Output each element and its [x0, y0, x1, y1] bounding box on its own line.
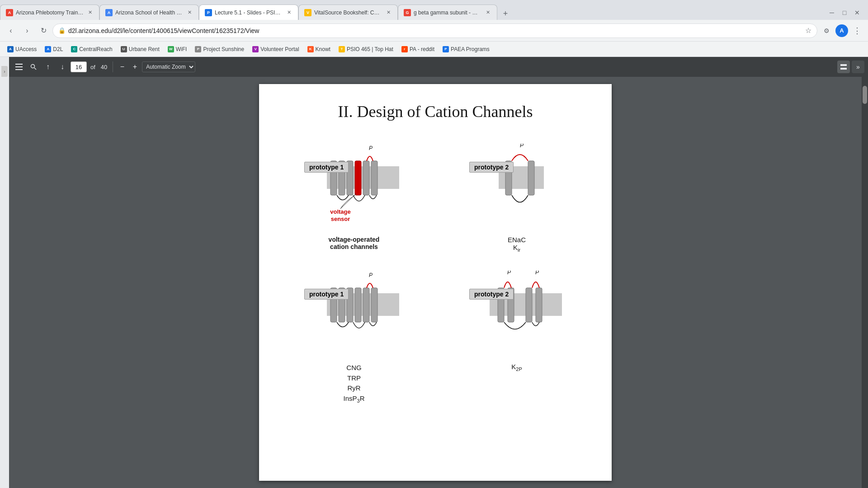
bookmark-uaccess[interactable]: A UAccess — [4, 44, 40, 54]
address-bar[interactable]: 🔒 d2l.arizona.edu/d2l/le/content/1400615… — [52, 23, 817, 38]
account-icon[interactable]: A — [835, 23, 849, 38]
tab-1-favicon: A — [6, 9, 13, 16]
pdf-page: II. Design of Cation Channels — [259, 84, 612, 481]
bookmark-sunshine[interactable]: P Project Sunshine — [191, 44, 248, 54]
channel-2-label: ENaC Kir — [508, 236, 526, 253]
channel-diagram-2: P — [462, 144, 571, 230]
lock-icon: 🔒 — [58, 27, 66, 34]
channel-item-3: P prototype 1 CNG — [286, 271, 422, 404]
new-tab-button[interactable]: + — [499, 7, 512, 20]
pdf-scroll-thumb[interactable] — [863, 86, 867, 104]
svg-text:P: P — [369, 145, 373, 151]
address-bar-row: ‹ › ↻ 🔒 d2l.arizona.edu/d2l/le/content/1… — [0, 20, 868, 42]
channel-diagram-4: P P — [462, 271, 571, 357]
pdf-prev-page-button[interactable]: ↑ — [42, 61, 54, 73]
pdf-scrollbar[interactable] — [862, 77, 868, 488]
reload-button[interactable]: ↻ — [36, 23, 51, 38]
channel-item-2: P prototype 2 ENaC Kir — [449, 144, 585, 253]
bookmark-paea[interactable]: P PAEA Programs — [439, 44, 493, 54]
bookmark-uaccess-label: UAccess — [15, 46, 37, 52]
tab-1-title: Arizona Phlebotomy Training S... — [16, 9, 84, 16]
extensions-button[interactable]: ⚙ — [819, 23, 834, 38]
pdf-page-of: of — [90, 64, 95, 70]
bookmark-d2l[interactable]: A D2L — [41, 44, 66, 54]
bookmark-psio[interactable]: T PSIO 465 | Top Hat — [335, 44, 397, 54]
tab-3[interactable]: P Lecture 5.1 - Slides - PSIO 404 S... ✕ — [199, 5, 298, 20]
bookmark-paea-label: PAEA Programs — [451, 46, 490, 52]
channels-grid: P voltage sensor — [286, 144, 585, 404]
slide-title: II. Design of Cation Channels — [286, 102, 585, 121]
pdf-toolbar-right: » — [837, 61, 864, 73]
channel-diagram-3: P — [300, 271, 408, 357]
tab-5-title: g beta gamma subunit - Googl... — [414, 9, 481, 16]
pdf-next-page-button[interactable]: ↓ — [56, 61, 69, 73]
bookmark-urbane[interactable]: U Urbane Rent — [117, 44, 163, 54]
bookmark-wifi-label: WiFI — [176, 46, 187, 52]
bookmark-centralreach[interactable]: C CentralReach — [67, 44, 116, 54]
back-button[interactable]: ‹ — [4, 23, 18, 38]
address-bar-icons: ☆ — [805, 26, 811, 35]
tab-4[interactable]: V VitalSource Bookshelf: Cellular... ✕ — [298, 5, 398, 20]
tab-3-close[interactable]: ✕ — [285, 9, 292, 16]
bookmark-wifi[interactable]: W WiFI — [164, 44, 191, 54]
tab-1[interactable]: A Arizona Phlebotomy Training S... ✕ — [0, 5, 99, 20]
channel-3-label: CNG TRP RyR InsP3R — [344, 363, 365, 404]
svg-rect-1 — [15, 66, 23, 67]
star-icon[interactable]: ☆ — [805, 26, 811, 35]
bookmark-volunteer-favicon: V — [252, 46, 259, 52]
svg-rect-2 — [15, 69, 23, 70]
tab-2[interactable]: A Arizona School of Health Scien... ✕ — [99, 5, 199, 20]
pdf-viewer: ↑ ↓ 16 of 40 − + Automatic Zoom » — [9, 57, 868, 488]
bookmark-paea-favicon: P — [443, 46, 449, 52]
bookmark-volunteer[interactable]: V Volunteer Portal — [249, 44, 302, 54]
bookmarks-bar: A UAccess A D2L C CentralReach U Urbane … — [0, 42, 868, 57]
pdf-scroll-area[interactable]: II. Design of Cation Channels — [9, 77, 862, 488]
bookmark-urbane-label: Urbane Rent — [129, 46, 160, 52]
pdf-more-button[interactable]: » — [852, 61, 864, 73]
bookmark-uaccess-favicon: A — [7, 46, 14, 52]
svg-text:P: P — [369, 272, 373, 278]
bookmark-d2l-favicon: A — [45, 46, 51, 52]
tab-1-close[interactable]: ✕ — [86, 9, 94, 16]
bookmark-sunshine-label: Project Sunshine — [203, 46, 244, 52]
channel-1-prototype-label: prototype 1 — [304, 162, 349, 173]
tab-4-favicon: V — [304, 9, 311, 16]
minimize-button[interactable]: ─ — [826, 7, 837, 18]
pdf-zoom-out-button[interactable]: − — [117, 61, 127, 72]
url-text: d2l.arizona.edu/d2l/le/content/1400615/v… — [68, 27, 802, 34]
sidebar-expand-button[interactable]: › — [1, 66, 8, 77]
pdf-sidebar-toggle[interactable] — [13, 61, 25, 73]
tab-3-title: Lecture 5.1 - Slides - PSIO 404 S... — [215, 9, 283, 16]
tab-5[interactable]: G g beta gamma subunit - Googl... ✕ — [398, 5, 497, 20]
svg-line-4 — [34, 68, 36, 70]
bookmark-volunteer-label: Volunteer Portal — [260, 46, 299, 52]
pdf-zoom-in-button[interactable]: + — [129, 61, 140, 72]
svg-text:voltage: voltage — [330, 208, 351, 215]
close-button[interactable]: ✕ — [852, 7, 863, 18]
bookmark-d2l-label: D2L — [53, 46, 63, 52]
bookmark-reddit[interactable]: r PA - reddit — [398, 44, 438, 54]
forward-button[interactable]: › — [20, 23, 34, 38]
bookmark-sunshine-favicon: P — [195, 46, 201, 52]
svg-point-3 — [31, 65, 35, 68]
svg-rect-0 — [15, 64, 23, 65]
more-button[interactable]: ⋮ — [850, 23, 864, 38]
tab-2-close[interactable]: ✕ — [186, 9, 193, 16]
tab-3-favicon: P — [205, 9, 212, 16]
pdf-search-button[interactable] — [27, 61, 40, 73]
channel-item-1: P voltage sensor — [286, 144, 422, 253]
tab-5-close[interactable]: ✕ — [484, 9, 491, 16]
channel-item-4: P P prototype 2 — [449, 271, 585, 404]
svg-text:P: P — [507, 271, 511, 276]
pdf-zoom-select[interactable]: Automatic Zoom — [142, 61, 195, 72]
channel-2-prototype-label: prototype 2 — [469, 162, 514, 173]
svg-rect-5 — [840, 64, 847, 66]
maximize-button[interactable]: □ — [839, 7, 850, 18]
pdf-total-pages: 40 — [101, 64, 107, 70]
bookmark-reddit-favicon: r — [401, 46, 408, 52]
bookmark-knowt[interactable]: K Knowt — [304, 44, 334, 54]
pdf-view-button[interactable] — [837, 61, 850, 73]
tab-4-close[interactable]: ✕ — [385, 9, 392, 16]
pdf-page-input[interactable]: 16 — [71, 61, 87, 72]
avatar[interactable]: A — [835, 24, 848, 37]
